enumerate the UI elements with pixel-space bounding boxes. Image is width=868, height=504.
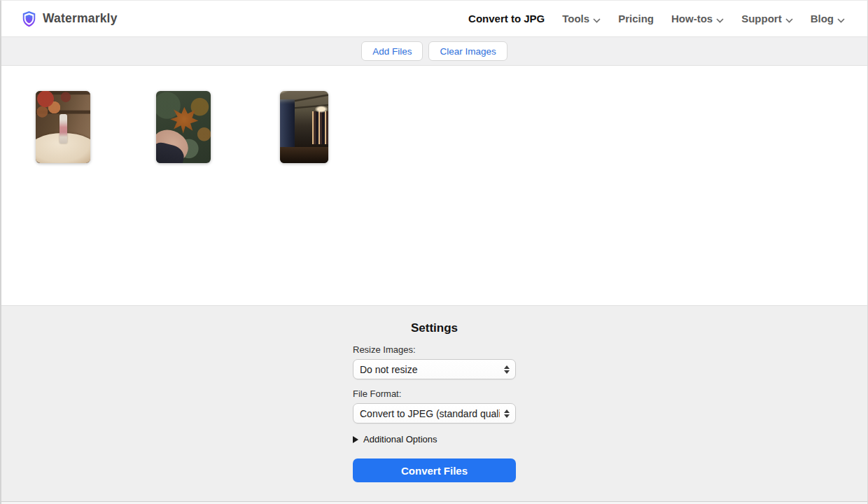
thumbnail-floor-detail bbox=[280, 147, 328, 163]
chevron-down-icon bbox=[716, 13, 724, 25]
file-toolbar: Add Files Clear Images bbox=[1, 37, 867, 66]
nav-how-tos[interactable]: How-tos bbox=[671, 12, 724, 25]
brand-logo[interactable]: Watermarkly bbox=[22, 10, 118, 27]
nav-blog[interactable]: Blog bbox=[811, 12, 845, 25]
triangle-right-icon bbox=[353, 436, 358, 443]
thumbnail-maple-leaf-photo[interactable] bbox=[156, 91, 211, 163]
thumbnail-cafe-table-photo[interactable] bbox=[36, 91, 90, 163]
resize-images-select[interactable]: Do not resize bbox=[353, 359, 516, 379]
thumbnail-leaf-detail bbox=[170, 107, 198, 134]
additional-options-toggle[interactable]: Additional Options bbox=[353, 434, 516, 444]
file-format-select[interactable]: Convert to JPEG (standard quality, bbox=[353, 403, 516, 424]
thumbnail-light-detail bbox=[315, 106, 328, 113]
thumbnail-train-left-detail bbox=[280, 99, 295, 147]
add-files-button[interactable]: Add Files bbox=[361, 41, 423, 61]
chevron-down-icon bbox=[785, 13, 793, 25]
brand-name: Watermarkly bbox=[43, 11, 118, 26]
nav-support[interactable]: Support bbox=[741, 12, 793, 25]
file-format-label: File Format: bbox=[353, 388, 516, 399]
header: Watermarkly Convert to JPG Tools Pricing… bbox=[1, 1, 867, 37]
main-nav: Convert to JPG Tools Pricing How-tos Sup… bbox=[468, 12, 845, 25]
resize-images-label: Resize Images: bbox=[353, 344, 516, 355]
shield-logo-icon bbox=[22, 10, 36, 27]
select-stepper-icon bbox=[504, 410, 510, 418]
convert-files-button[interactable]: Convert Files bbox=[353, 458, 516, 482]
window-bottom-edge bbox=[1, 501, 867, 504]
nav-convert-to-jpg[interactable]: Convert to JPG bbox=[468, 13, 545, 24]
nav-tools[interactable]: Tools bbox=[562, 12, 601, 25]
chevron-down-icon bbox=[837, 13, 845, 25]
select-stepper-icon bbox=[504, 365, 510, 374]
chevron-down-icon bbox=[593, 13, 601, 25]
thumbnail-bottle-detail bbox=[59, 114, 67, 144]
thumbnail-train-right-detail bbox=[312, 111, 328, 144]
nav-pricing[interactable]: Pricing bbox=[618, 13, 654, 24]
thumbnail-train-platform-photo[interactable] bbox=[280, 91, 328, 163]
settings-panel: Settings Resize Images: Do not resize Fi… bbox=[1, 305, 867, 501]
clear-images-button[interactable]: Clear Images bbox=[428, 41, 507, 61]
image-gallery bbox=[1, 66, 867, 304]
settings-title: Settings bbox=[411, 321, 458, 335]
